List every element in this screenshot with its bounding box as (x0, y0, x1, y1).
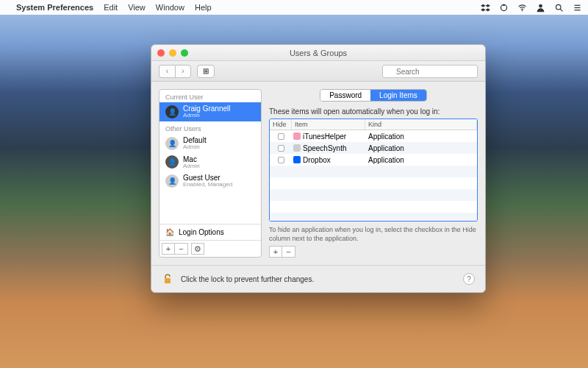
current-user-section-label: Current User (159, 90, 261, 102)
item-name: iTunesHelper (303, 132, 346, 141)
gear-icon: ⚙ (194, 245, 201, 253)
hide-checkbox[interactable] (278, 145, 284, 152)
notification-center-icon[interactable] (573, 3, 582, 13)
table-row (270, 166, 477, 177)
item-kind: Application (368, 144, 404, 152)
table-row[interactable]: iTunesHelperApplication (270, 130, 477, 142)
users-sidebar: Current User 👤 Craig Grannell Admin Othe… (159, 89, 262, 258)
app-icon (293, 156, 301, 163)
table-row (270, 213, 477, 222)
tab-login-items[interactable]: Login Items (370, 90, 426, 101)
main-panel: Password Login Items These items will op… (269, 89, 478, 258)
avatar: 👤 (165, 105, 179, 118)
dropbox-status-icon[interactable] (481, 3, 490, 13)
sidebar-user-mac[interactable]: 👤 Mac Admin (159, 153, 261, 172)
close-window-button[interactable] (157, 49, 165, 57)
column-header-kind[interactable]: Kind (365, 119, 477, 130)
menu-window[interactable]: Window (156, 3, 184, 12)
user-role-label: Admin (183, 113, 230, 119)
item-name: Dropbox (303, 156, 331, 164)
house-icon: 🏠 (165, 228, 174, 236)
item-name: SpeechSynth (303, 144, 347, 152)
user-role-label: Admin (183, 163, 200, 170)
sync-status-icon[interactable] (499, 3, 509, 13)
svg-point-3 (556, 4, 561, 10)
user-role-label: Enabled, Managed (183, 182, 232, 188)
app-icon (293, 132, 301, 140)
plus-icon: + (166, 245, 171, 253)
zoom-window-button[interactable] (181, 49, 188, 57)
other-users-section-label: Other Users (159, 121, 261, 134)
chevron-left-icon: ‹ (166, 67, 168, 75)
window-titlebar[interactable]: Users & Groups (151, 45, 485, 61)
forward-button[interactable]: › (175, 65, 191, 78)
chevron-right-icon: › (182, 67, 184, 75)
user-actions-button[interactable]: ⚙ (191, 243, 204, 255)
avatar: 👤 (165, 174, 179, 188)
search-input[interactable] (382, 65, 478, 78)
menu-edit[interactable]: Edit (104, 3, 118, 12)
menu-help[interactable]: Help (195, 3, 212, 12)
desktop-wallpaper: System Preferences Edit View Window Help… (0, 0, 588, 368)
user-name-label: Mac (183, 155, 200, 163)
menubar: System Preferences Edit View Window Help (0, 0, 588, 15)
tab-switcher: Password Login Items (320, 89, 427, 102)
svg-point-2 (539, 4, 542, 7)
preferences-window: Users & Groups ‹ › ⊞ 🔍 Current User (151, 44, 486, 293)
item-kind: Application (368, 156, 404, 164)
user-role-label: Admin (183, 144, 207, 151)
remove-user-button[interactable]: − (175, 243, 188, 255)
window-toolbar: ‹ › ⊞ 🔍 (151, 61, 485, 82)
help-button[interactable]: ? (463, 273, 475, 285)
remove-login-item-button[interactable]: − (282, 246, 295, 258)
plus-icon: + (273, 248, 278, 256)
add-login-item-button[interactable]: + (269, 246, 282, 258)
menu-view[interactable]: View (128, 3, 146, 12)
login-options-button[interactable]: 🏠 Login Options (159, 224, 261, 240)
minus-icon: − (286, 248, 290, 256)
window-title: Users & Groups (151, 49, 485, 57)
app-icon (293, 144, 301, 152)
sidebar-user-default[interactable]: 👤 Default Admin (159, 134, 261, 153)
app-menu[interactable]: System Preferences (16, 3, 93, 12)
spotlight-icon[interactable] (554, 3, 564, 13)
user-status-icon[interactable] (536, 3, 545, 13)
lock-icon[interactable] (162, 273, 173, 285)
hide-checkbox[interactable] (278, 157, 284, 163)
svg-point-1 (522, 10, 523, 11)
svg-rect-8 (165, 278, 171, 283)
show-all-button[interactable]: ⊞ (197, 65, 215, 78)
login-items-table: Hide Item Kind iTunesHelperApplicationSp… (269, 118, 478, 222)
sidebar-user-current[interactable]: 👤 Craig Grannell Admin (159, 102, 261, 121)
svg-line-4 (560, 9, 562, 11)
lock-text: Click the lock to prevent further change… (181, 275, 314, 283)
add-user-button[interactable]: + (162, 243, 175, 255)
tab-password[interactable]: Password (320, 90, 370, 101)
table-row[interactable]: DropboxApplication (270, 154, 477, 166)
minimize-window-button[interactable] (169, 49, 176, 57)
back-button[interactable]: ‹ (159, 65, 175, 78)
table-row (270, 189, 477, 201)
column-header-hide[interactable]: Hide (270, 119, 292, 130)
hide-hint-text: To hide an application when you log in, … (269, 226, 478, 243)
column-header-item[interactable]: Item (292, 119, 365, 130)
table-row[interactable]: SpeechSynthApplication (270, 142, 477, 154)
lock-row: Click the lock to prevent further change… (151, 265, 485, 292)
hide-checkbox[interactable] (278, 133, 284, 140)
avatar: 👤 (165, 155, 179, 169)
login-items-hint: These items will open automatically when… (269, 107, 478, 116)
table-row (270, 177, 477, 189)
question-icon: ? (467, 275, 471, 283)
wifi-status-icon[interactable] (517, 3, 527, 13)
login-options-label: Login Options (179, 228, 224, 236)
minus-icon: − (179, 245, 183, 253)
avatar: 👤 (165, 137, 179, 150)
item-kind: Application (368, 132, 404, 141)
sidebar-user-guest[interactable]: 👤 Guest User Enabled, Managed (159, 171, 261, 191)
table-row (270, 201, 477, 213)
grid-icon: ⊞ (203, 67, 209, 75)
